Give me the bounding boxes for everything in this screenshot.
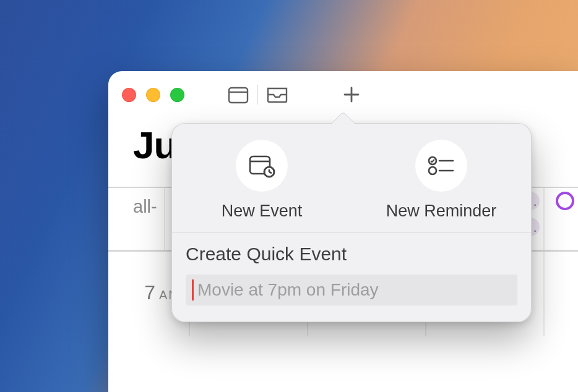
svg-point-12 <box>429 167 436 174</box>
hour-number: 7 <box>144 281 155 304</box>
quick-event-title: Create Quick Event <box>186 244 517 265</box>
event-ring-indicator[interactable] <box>556 192 574 210</box>
new-reminder-label: New Reminder <box>386 202 497 221</box>
quick-event-input[interactable] <box>197 280 517 300</box>
plus-icon <box>343 86 360 103</box>
calendar-clock-icon <box>248 153 275 178</box>
new-event-option[interactable]: New Event <box>172 140 352 221</box>
quick-add-popover: New Event New Reminder Create Quick Even… <box>171 123 532 322</box>
zoom-window-button[interactable] <box>170 88 184 102</box>
new-event-label: New Event <box>222 202 303 221</box>
traffic-lights <box>122 88 184 102</box>
svg-rect-0 <box>229 88 248 103</box>
allday-cell[interactable] <box>543 188 578 250</box>
quick-event-field[interactable] <box>186 275 517 305</box>
titlebar <box>108 71 578 118</box>
allday-label: all- <box>108 188 164 250</box>
add-button[interactable] <box>335 82 368 107</box>
svg-line-9 <box>269 172 272 173</box>
minimize-window-button[interactable] <box>146 88 160 102</box>
calendar-icon <box>228 85 249 104</box>
inbox-button[interactable] <box>261 82 294 107</box>
reminder-list-icon <box>427 155 455 177</box>
tray-icon <box>266 86 288 103</box>
new-reminder-option[interactable]: New Reminder <box>352 140 531 221</box>
hour-cell[interactable] <box>543 252 578 336</box>
toolbar-view-group <box>222 82 294 107</box>
close-window-button[interactable] <box>122 88 136 102</box>
text-caret <box>192 279 194 300</box>
toolbar-separator <box>257 85 258 104</box>
calendar-view-button[interactable] <box>222 82 255 107</box>
